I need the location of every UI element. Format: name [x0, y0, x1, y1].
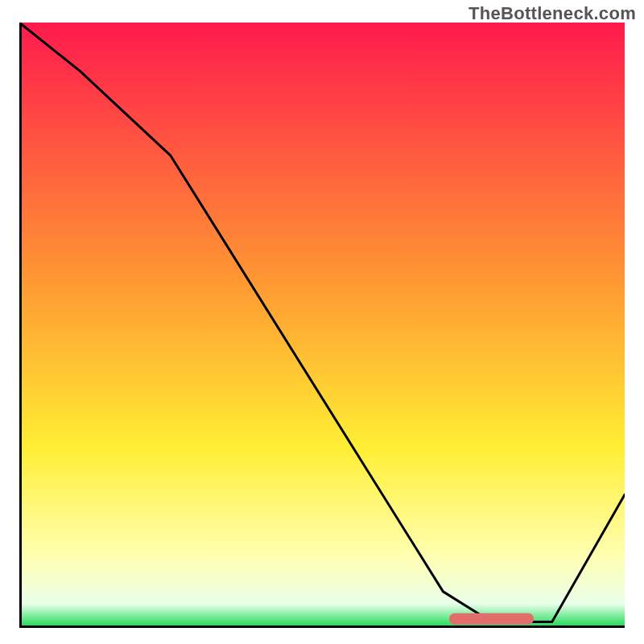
- bottleneck-chart: [19, 23, 625, 628]
- chart-frame: [19, 23, 625, 628]
- watermark-text: TheBottleneck.com: [469, 3, 636, 24]
- optimal-zone-marker: [449, 613, 534, 625]
- chart-background: [19, 23, 625, 628]
- page-root: TheBottleneck.com: [0, 0, 644, 644]
